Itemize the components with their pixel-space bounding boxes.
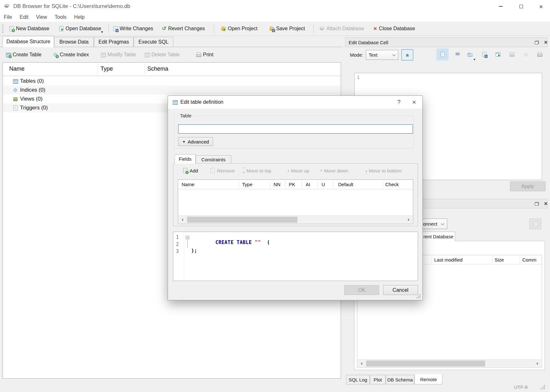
open-database-dropdown-arrow-icon[interactable]: ▾ xyxy=(101,30,103,34)
mode-select[interactable]: Text xyxy=(366,50,398,60)
column-last-modified[interactable]: Last modified xyxy=(434,257,463,262)
ok-button[interactable]: OK xyxy=(344,285,379,295)
dialog-titlebar[interactable]: Edit table definition xyxy=(168,96,422,108)
print-cell-button[interactable] xyxy=(533,48,546,60)
fields-grid-hscrollbar[interactable]: ‹ › xyxy=(178,215,413,223)
move-to-top-button[interactable]: ▴ Move to top xyxy=(243,166,271,175)
add-field-button[interactable]: + Add xyxy=(183,166,198,175)
scroll-right-icon[interactable]: › xyxy=(404,216,413,223)
column-divider[interactable] xyxy=(432,256,432,263)
float-panel-icon[interactable] xyxy=(535,41,539,44)
tab-db-schema[interactable]: DB Schema xyxy=(386,375,414,384)
tab-plot[interactable]: Plot xyxy=(370,375,386,384)
attach-database-button[interactable]: Attach Database xyxy=(318,22,365,36)
export-data-button[interactable]: ▪ xyxy=(478,48,490,60)
menu-tools[interactable]: Tools xyxy=(51,13,70,22)
tree-row-indices[interactable]: Indices (0) xyxy=(3,86,340,94)
table-name-input[interactable] xyxy=(178,124,413,134)
column-ai[interactable]: AI xyxy=(306,182,310,187)
move-to-bottom-button[interactable]: ▾ Move to bottom xyxy=(366,166,402,175)
move-down-button[interactable]: ▾ Move down xyxy=(321,166,348,175)
column-u[interactable]: U xyxy=(322,182,325,187)
close-panel-icon[interactable]: × xyxy=(544,201,547,206)
tree-column-schema[interactable]: Schema xyxy=(147,66,168,72)
create-table-button[interactable]: + Create Table xyxy=(4,48,43,62)
save-project-button[interactable]: ▪ Save Project xyxy=(268,22,306,36)
column-divider[interactable] xyxy=(317,181,318,188)
copy-link-button[interactable] xyxy=(506,48,518,60)
column-divider[interactable] xyxy=(270,181,270,188)
open-in-external-button[interactable] xyxy=(492,48,504,60)
open-database-button[interactable]: Open Database xyxy=(57,22,102,36)
column-name[interactable]: Name xyxy=(182,182,194,187)
open-project-button[interactable]: Open Project xyxy=(219,22,259,36)
remove-field-button[interactable]: Remove xyxy=(210,166,235,175)
column-divider[interactable] xyxy=(98,64,98,74)
column-divider[interactable] xyxy=(285,181,285,188)
dialog-resize-grip[interactable] xyxy=(416,294,417,295)
column-divider[interactable] xyxy=(145,64,145,74)
set-null-button[interactable] xyxy=(520,48,532,60)
maximize-button[interactable] xyxy=(512,0,530,13)
column-commit[interactable]: Comm xyxy=(522,257,536,262)
column-divider[interactable] xyxy=(520,256,520,263)
close-button[interactable]: × xyxy=(532,0,550,13)
clone-database-button[interactable] xyxy=(529,218,541,229)
column-size[interactable]: Size xyxy=(495,257,504,262)
fold-icon[interactable] xyxy=(186,236,189,239)
move-up-button[interactable]: ▴ Move up xyxy=(288,166,309,175)
menu-help[interactable]: Help xyxy=(70,13,88,22)
apply-button[interactable]: Apply xyxy=(510,181,546,191)
toolbar-drag-handle[interactable] xyxy=(2,24,3,33)
dialog-close-button[interactable]: × xyxy=(407,96,422,108)
column-divider[interactable] xyxy=(492,256,492,263)
scroll-left-icon[interactable]: ‹ xyxy=(178,216,187,223)
close-database-button[interactable]: × Close Database xyxy=(372,22,416,36)
tab-browse-data[interactable]: Browse Data xyxy=(54,37,94,47)
column-type[interactable]: Type xyxy=(242,182,253,187)
close-panel-icon[interactable]: × xyxy=(544,39,547,45)
tab-execute-sql[interactable]: Execute SQL xyxy=(134,37,173,47)
column-default[interactable]: Default xyxy=(338,182,353,187)
minimize-button[interactable] xyxy=(492,0,510,13)
menu-view[interactable]: View xyxy=(32,13,51,22)
tab-database-structure[interactable]: Database Structure xyxy=(3,36,54,47)
column-divider[interactable] xyxy=(239,181,239,188)
column-divider[interactable] xyxy=(302,181,302,188)
advanced-toggle-button[interactable]: ▼ Advanced xyxy=(178,137,213,146)
new-database-button[interactable]: + New Database xyxy=(8,22,51,36)
remote-list-hscrollbar[interactable]: ‹ › xyxy=(358,359,541,367)
tab-fields[interactable]: Fields xyxy=(175,154,196,164)
print-button[interactable]: Print xyxy=(195,48,215,62)
float-panel-icon[interactable] xyxy=(535,202,539,206)
tree-row-tables[interactable]: Tables (0) xyxy=(3,77,340,86)
tree-column-type[interactable]: Type xyxy=(101,66,113,72)
column-divider[interactable] xyxy=(383,181,383,188)
scrollbar-thumb[interactable] xyxy=(366,360,485,367)
menu-edit[interactable]: Edit xyxy=(16,13,32,22)
auto-mode-button[interactable]: * xyxy=(401,49,413,60)
cancel-button[interactable]: Cancel xyxy=(383,285,418,295)
revert-changes-button[interactable]: ↺ Revert Changes xyxy=(161,22,206,36)
scrollbar-thumb[interactable] xyxy=(187,217,297,223)
create-index-button[interactable]: + Create Index xyxy=(52,48,90,62)
scroll-left-icon[interactable]: ‹ xyxy=(358,360,366,367)
modify-table-button[interactable]: Modify Table xyxy=(99,48,137,62)
scroll-right-icon[interactable]: › xyxy=(533,360,541,367)
tree-column-name[interactable]: Name xyxy=(9,66,24,72)
encoding-indicator[interactable]: UTF-8 xyxy=(514,384,528,390)
import-data-button[interactable]: ▾ xyxy=(464,48,476,60)
menu-file[interactable]: File xyxy=(0,13,16,22)
dialog-help-button[interactable]: ? xyxy=(391,96,407,108)
tab-sql-log[interactable]: SQL Log xyxy=(346,375,370,384)
delete-table-button[interactable]: Delete Table xyxy=(143,48,181,62)
window-resize-grip[interactable] xyxy=(541,385,542,386)
column-check[interactable]: Check xyxy=(385,182,399,187)
text-mode-button[interactable] xyxy=(436,48,449,60)
tab-constraints[interactable]: Constraints xyxy=(196,155,231,164)
column-nn[interactable]: NN xyxy=(274,182,281,187)
column-divider[interactable] xyxy=(333,181,333,188)
word-wrap-button[interactable] xyxy=(452,48,464,60)
column-pk[interactable]: PK xyxy=(289,182,295,187)
tab-remote[interactable]: Remote xyxy=(414,374,442,384)
